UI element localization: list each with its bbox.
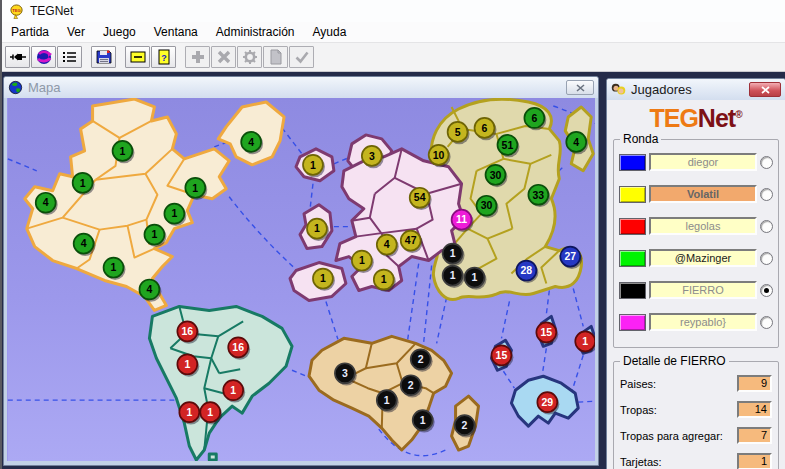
save-button[interactable] (91, 46, 116, 68)
end-turn-button[interactable] (289, 46, 314, 68)
attack-button[interactable] (211, 46, 236, 68)
svg-text:54: 54 (414, 192, 426, 203)
player-color-swatch (619, 282, 646, 299)
player-color-swatch (619, 218, 646, 235)
regroup-button[interactable] (237, 46, 262, 68)
svg-text:10: 10 (433, 150, 445, 161)
players-close-button[interactable] (749, 82, 781, 97)
check-icon (294, 49, 310, 65)
svg-text:4: 4 (573, 137, 579, 148)
svg-text:3: 3 (342, 368, 348, 379)
globe-map-icon (8, 80, 23, 95)
svg-text:2: 2 (408, 380, 414, 391)
player-turn-radio[interactable] (760, 156, 773, 169)
player-color-swatch (619, 154, 646, 171)
page-icon (268, 49, 284, 65)
player-turn-radio[interactable] (760, 316, 773, 329)
add-troops-button[interactable] (185, 46, 210, 68)
games-list-button[interactable] (57, 46, 82, 68)
player-name-field[interactable]: legolas (649, 217, 757, 235)
svg-text:1: 1 (120, 146, 126, 157)
detail-value: 1 (737, 453, 772, 469)
close-icon (761, 86, 770, 94)
svg-text:15: 15 (496, 350, 508, 361)
player-row-@mazinger: @Mazinger (619, 249, 773, 267)
svg-text:11: 11 (456, 214, 467, 225)
svg-text:1: 1 (186, 407, 192, 418)
player-color-swatch (619, 186, 646, 203)
svg-text:TEG: TEG (12, 7, 20, 12)
svg-text:1: 1 (359, 255, 365, 266)
svg-text:1: 1 (111, 262, 117, 273)
detail-value: 14 (737, 401, 772, 418)
menu-item-partida[interactable]: Partida (2, 22, 58, 42)
svg-text:3: 3 (369, 151, 375, 162)
app-title: TEGNet (30, 4, 73, 18)
toolbar: ? (2, 43, 785, 72)
player-row-reypablo: reypablo} (619, 313, 773, 331)
svg-text:6: 6 (482, 123, 488, 134)
svg-text:15: 15 (540, 327, 552, 338)
players-window-titlebar[interactable]: Jugadores (607, 79, 785, 100)
map-window-titlebar[interactable]: Mapa (4, 77, 598, 98)
player-turn-radio[interactable] (760, 252, 773, 265)
svg-text:?: ? (161, 53, 167, 63)
player-name-field[interactable]: Volatil (649, 185, 757, 203)
svg-text:1: 1 (192, 183, 198, 194)
player-name-field[interactable]: @Mazinger (649, 249, 757, 267)
svg-text:1: 1 (450, 270, 456, 281)
connect-button[interactable] (5, 46, 30, 68)
svg-text:1: 1 (80, 178, 86, 189)
player-name-field[interactable]: FIERRO (649, 281, 757, 299)
menu-item-ventana[interactable]: Ventana (145, 22, 207, 42)
player-turn-radio[interactable] (760, 284, 773, 297)
svg-text:2: 2 (462, 420, 468, 431)
cards-button[interactable] (263, 46, 288, 68)
svg-text:4: 4 (384, 239, 390, 250)
svg-text:33: 33 (533, 190, 545, 201)
detail-row: Tarjetas: 1 (620, 453, 772, 469)
player-color-swatch (619, 314, 646, 331)
player-name-field[interactable]: diegor (649, 153, 757, 171)
svg-text:1: 1 (381, 274, 387, 285)
message-button[interactable] (125, 46, 150, 68)
svg-text:27: 27 (564, 251, 576, 262)
game-map[interactable]: 1141411414135414471115610651430333011111… (7, 98, 595, 461)
player-detail-rows: Paises: 9 Tropas: 14 Tropas para agregar… (619, 375, 773, 469)
menu-item-ver[interactable]: Ver (58, 22, 94, 42)
svg-text:30: 30 (490, 170, 502, 181)
svg-text:1: 1 (184, 359, 190, 370)
menu-item-administracion[interactable]: Administración (207, 22, 304, 42)
svg-text:47: 47 (405, 235, 417, 246)
player-turn-radio[interactable] (760, 220, 773, 233)
svg-text:30: 30 (481, 200, 493, 211)
plug-icon (10, 49, 26, 65)
svg-text:1: 1 (207, 407, 213, 418)
detail-row: Paises: 9 (620, 375, 772, 392)
close-icon (576, 84, 585, 92)
svg-text:4: 4 (81, 238, 87, 249)
menu-item-ayuda[interactable]: Ayuda (304, 22, 356, 42)
detail-label: Tarjetas: (620, 456, 662, 468)
globe-icon (36, 49, 52, 65)
svg-text:1: 1 (151, 229, 157, 240)
help-icon: ? (156, 49, 172, 65)
svg-text:1: 1 (384, 395, 390, 406)
player-name-field[interactable]: reypablo} (649, 313, 757, 331)
players-icon (611, 82, 626, 97)
map-close-button[interactable] (566, 80, 594, 95)
detail-label: Tropas: (620, 404, 657, 416)
ronda-groupbox: Ronda diegor Volatil legolas @Mazinger F… (613, 139, 779, 348)
world-button[interactable] (31, 46, 56, 68)
svg-text:1: 1 (420, 415, 426, 426)
svg-text:1: 1 (230, 385, 236, 396)
help-button[interactable]: ? (151, 46, 176, 68)
svg-text:28: 28 (521, 265, 533, 276)
menu-item-juego[interactable]: Juego (94, 22, 145, 42)
app-titlebar: TEG TEGNet (2, 0, 785, 22)
player-row-diegor: diegor (619, 153, 773, 171)
svg-text:5: 5 (455, 127, 461, 138)
player-turn-radio[interactable] (760, 188, 773, 201)
svg-text:1: 1 (472, 272, 478, 283)
player-detail-groupbox: Detalle de FIERRO Paises: 9 Tropas: 14 T… (613, 361, 779, 469)
